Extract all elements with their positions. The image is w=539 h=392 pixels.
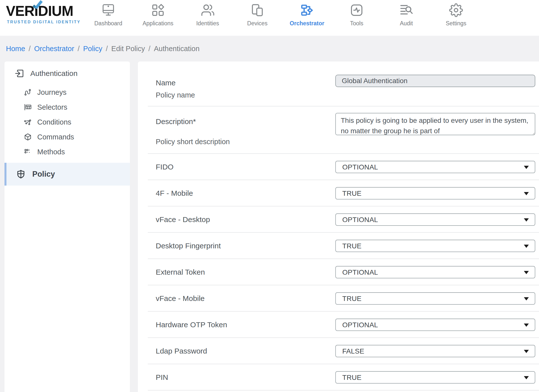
sidebar-item-label: Policy (32, 170, 55, 179)
sidebar-item-commands[interactable]: Commands (4, 130, 130, 144)
sidebar-item-label: Selectors (37, 103, 67, 111)
breadcrumb-item-policy[interactable]: Policy (83, 45, 102, 53)
policy-method-row-vface-desktop: vFace - Desktop OPTIONAL (138, 206, 539, 233)
breadcrumb-item-edit-policy: Edit Policy (111, 45, 145, 53)
breadcrumb-separator: / (78, 45, 80, 53)
table-icon (24, 103, 32, 111)
select-caret-icon: OPTIONAL (335, 266, 535, 278)
nav-item-label: Devices (247, 20, 268, 27)
sidebar-item-policy[interactable]: Policy (4, 163, 130, 186)
sidebar-header-label: Authentication (30, 69, 77, 78)
breadcrumb-item-authentication: Authentication (154, 45, 200, 53)
brand-name: VERIDIUM (6, 4, 80, 18)
policy-method-row-fido: FIDO OPTIONAL (138, 154, 539, 180)
method-label: Ldap Password (156, 347, 207, 355)
breadcrumb: Home/Orchestrator/Policy/Edit Policy/Aut… (6, 45, 199, 53)
nav-item-orchestrator[interactable]: Orchestrator (282, 3, 332, 27)
hardware-otp-token-select[interactable]: OPTIONAL (335, 319, 535, 331)
policy-method-row-desktop-fingerprint: Desktop Fingerprint TRUE (138, 233, 539, 259)
flowchart-icon (300, 3, 314, 17)
description-field-hint: Policy short description (156, 138, 335, 146)
nav-item-label: Identities (196, 20, 219, 27)
sidebar-item-selectors[interactable]: Selectors (4, 100, 130, 115)
policy-method-row-vface-mobile: vFace - Mobile TRUE (138, 285, 539, 312)
method-label: Hardware OTP Token (156, 321, 227, 329)
select-caret-icon: OPTIONAL (335, 161, 535, 173)
content-area: Authentication Journeys Selectors Condit… (4, 62, 539, 392)
nav-item-label: Dashboard (94, 20, 122, 27)
nav-item-label: Settings (446, 20, 466, 27)
policy-description-textarea[interactable]: This policy is going to be applied to ev… (335, 113, 535, 135)
dots-grid-icon (24, 148, 32, 156)
desktop-fingerprint-select[interactable]: TRUE (335, 240, 535, 252)
nav-item-label: Applications (143, 20, 173, 27)
name-field-label: Name (156, 79, 335, 87)
select-caret-icon: TRUE (335, 240, 535, 252)
select-caret-icon: OPTIONAL (335, 319, 535, 331)
select-caret-icon: FALSE (335, 345, 535, 357)
monitor-icon (101, 3, 115, 17)
nav-item-label: Tools (350, 20, 363, 27)
sidebar-item-conditions[interactable]: Conditions (4, 115, 130, 130)
vface-desktop-select[interactable]: OPTIONAL (335, 213, 535, 226)
pin-select[interactable]: TRUE (335, 371, 535, 384)
method-label: vFace - Mobile (156, 294, 205, 302)
apps-grid-icon (151, 3, 165, 17)
sidebar-list: Journeys Selectors Conditions Commands M… (4, 85, 130, 159)
nav-item-tools[interactable]: Tools (332, 3, 382, 27)
policy-name-input (335, 75, 535, 87)
policy-method-row-external-token: External Token OPTIONAL (138, 259, 539, 285)
breadcrumb-item-orchestrator[interactable]: Orchestrator (34, 45, 74, 53)
sidebar-item-methods[interactable]: Methods (4, 144, 130, 159)
sidebar-item-journeys[interactable]: Journeys (4, 85, 130, 100)
breadcrumb-separator: / (148, 45, 150, 53)
gear-icon (449, 3, 463, 17)
policy-method-row-4f-mobile: 4F - Mobile TRUE (138, 180, 539, 206)
breadcrumb-bar: Home/Orchestrator/Policy/Edit Policy/Aut… (0, 36, 539, 62)
method-label: vFace - Desktop (156, 215, 210, 224)
nav-item-dashboard[interactable]: Dashboard (83, 3, 133, 27)
breadcrumb-item-home[interactable]: Home (6, 45, 25, 53)
fido-select[interactable]: OPTIONAL (335, 161, 535, 173)
route-icon (24, 88, 32, 96)
nav-item-devices[interactable]: Devices (232, 3, 282, 27)
breadcrumb-separator: / (106, 45, 108, 53)
method-label: FIDO (156, 163, 174, 171)
ldap-password-select[interactable]: FALSE (335, 345, 535, 357)
sidebar-item-label: Methods (37, 148, 65, 156)
activity-icon (350, 3, 364, 17)
method-label: Desktop Fingerprint (156, 242, 221, 250)
cube-icon (24, 133, 32, 141)
users-icon (201, 3, 215, 17)
brand-logo: VERIDIUM TRUSTED DIGITAL IDENTITY (6, 4, 80, 24)
brand-tagline: TRUSTED DIGITAL IDENTITY (6, 20, 80, 24)
branch-nodes-icon (24, 118, 32, 126)
select-caret-icon: TRUE (335, 371, 535, 384)
method-label: External Token (156, 268, 205, 276)
method-label: PIN (156, 373, 168, 381)
breadcrumb-separator: / (29, 45, 31, 53)
nav-item-identities[interactable]: Identities (183, 3, 232, 27)
description-field-row: Description* Policy short description Th… (138, 106, 539, 154)
nav-item-settings[interactable]: Settings (431, 3, 481, 27)
policy-method-row-ldap-password: Ldap Password FALSE (138, 338, 539, 364)
top-navbar: VERIDIUM TRUSTED DIGITAL IDENTITY Dashbo… (0, 0, 539, 36)
policy-method-row-hardware-otp-token: Hardware OTP Token OPTIONAL (138, 312, 539, 338)
sidebar-header-authentication[interactable]: Authentication (4, 68, 130, 79)
select-caret-icon: OPTIONAL (335, 213, 535, 226)
brand-checkmark-icon (32, 0, 43, 9)
select-caret-icon: TRUE (335, 187, 535, 199)
4f-mobile-select[interactable]: TRUE (335, 187, 535, 199)
external-token-select[interactable]: OPTIONAL (335, 266, 535, 278)
nav-item-applications[interactable]: Applications (133, 3, 183, 27)
sidebar: Authentication Journeys Selectors Condit… (4, 62, 130, 392)
main-nav: Dashboard Applications Identities Device… (83, 3, 481, 27)
nav-item-label: Orchestrator (290, 20, 324, 27)
shield-icon (16, 169, 26, 179)
sidebar-item-label: Conditions (37, 118, 71, 126)
name-field-hint: Policy name (156, 91, 335, 99)
method-rows: FIDO OPTIONAL 4F - Mobile TRUE vFace - D… (138, 154, 539, 391)
nav-item-audit[interactable]: Audit (382, 3, 431, 27)
devices-icon (250, 3, 264, 17)
vface-mobile-select[interactable]: TRUE (335, 292, 535, 305)
